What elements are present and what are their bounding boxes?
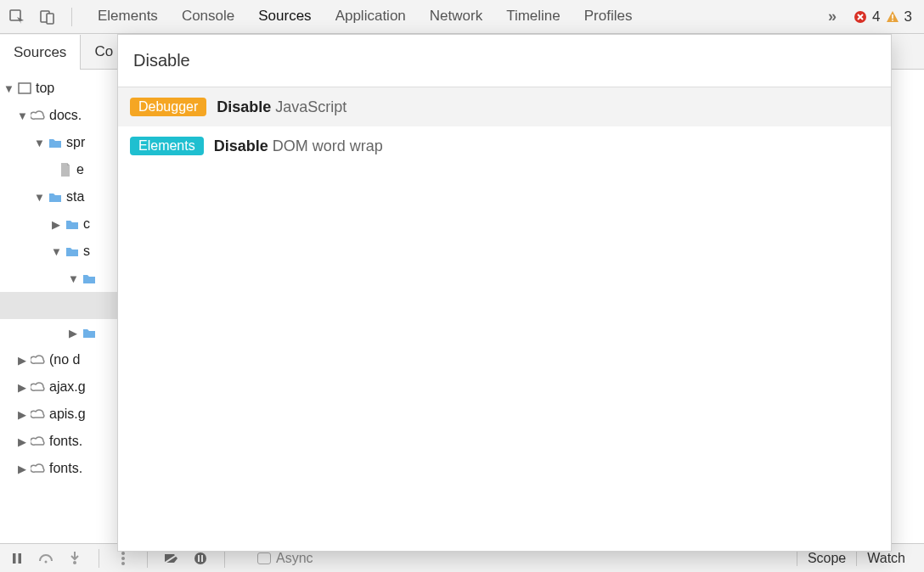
tree-row-origin[interactable]: ▶ ajax.g	[0, 373, 118, 401]
tree-row-folder[interactable]: ▼ sta	[0, 183, 118, 210]
frame-icon	[17, 81, 32, 96]
cloud-icon	[31, 379, 46, 395]
tree-label: c	[83, 216, 90, 232]
tree-row-folder[interactable]: ▶ c	[0, 210, 118, 238]
subtab-sources[interactable]: Sources	[0, 35, 81, 70]
command-palette: Debugger Disable JavaScript Elements Dis…	[117, 34, 892, 552]
tab-console[interactable]: Console	[170, 0, 246, 33]
tree-row-folder[interactable]: ▼ spr	[0, 129, 118, 156]
checkbox-icon	[257, 552, 271, 564]
tree-label: fonts.	[49, 461, 82, 476]
svg-rect-7	[13, 553, 16, 564]
tab-scope[interactable]: Scope	[797, 551, 856, 566]
tree-label: (no d	[49, 352, 80, 367]
file-icon	[58, 162, 73, 177]
tree-label: top	[36, 81, 54, 96]
main-tabs: Elements Console Sources Application Net…	[86, 0, 644, 33]
svg-point-13	[121, 562, 125, 565]
tree-row-folder[interactable]: ▼ s	[0, 238, 118, 265]
svg-point-9	[45, 560, 48, 563]
svg-rect-2	[47, 14, 54, 24]
folder-icon	[65, 244, 80, 259]
tree-label: docs.	[49, 108, 82, 123]
separator	[71, 8, 72, 26]
cloud-icon	[31, 352, 46, 367]
more-options-icon[interactable]	[115, 550, 132, 567]
folder-icon	[82, 325, 97, 340]
svg-point-12	[121, 557, 125, 560]
tab-sources[interactable]: Sources	[246, 0, 323, 33]
disclosure-down-icon[interactable]: ▼	[34, 191, 44, 204]
devtools-top-toolbar: Elements Console Sources Application Net…	[0, 0, 924, 34]
pause-on-exceptions-icon[interactable]	[192, 550, 209, 567]
disclosure-down-icon[interactable]: ▼	[68, 272, 78, 285]
async-label: Async	[276, 551, 313, 566]
tree-row-file[interactable]: e	[0, 156, 118, 183]
tab-watch[interactable]: Watch	[856, 551, 916, 566]
tree-label: s	[83, 244, 90, 259]
disclosure-down-icon[interactable]: ▼	[3, 82, 14, 95]
tree-row-origin[interactable]: ▶ fonts.	[0, 455, 118, 482]
tab-application[interactable]: Application	[324, 0, 418, 33]
warning-icon	[886, 10, 899, 24]
tab-network[interactable]: Network	[418, 0, 494, 33]
tree-row-origin[interactable]: ▶ apis.g	[0, 401, 118, 428]
folder-icon	[48, 135, 63, 150]
disclosure-right-icon[interactable]: ▶	[17, 435, 27, 448]
device-toggle-icon[interactable]	[37, 7, 58, 27]
warning-count: 3	[904, 8, 912, 25]
command-palette-item[interactable]: Elements Disable DOM word wrap	[118, 126, 891, 165]
svg-point-11	[121, 552, 125, 555]
command-palette-item[interactable]: Debugger Disable JavaScript	[118, 87, 891, 126]
disclosure-down-icon[interactable]: ▼	[34, 137, 44, 149]
cloud-icon	[31, 461, 46, 476]
cloud-icon	[31, 407, 46, 422]
tab-elements[interactable]: Elements	[86, 0, 170, 33]
svg-rect-15	[198, 555, 200, 562]
command-label: Disable DOM word wrap	[214, 137, 383, 155]
tree-label: spr	[66, 135, 85, 150]
error-icon	[854, 10, 867, 24]
disclosure-down-icon[interactable]: ▼	[17, 109, 27, 122]
tree-row-origin[interactable]: ▼ docs.	[0, 102, 118, 129]
async-checkbox[interactable]: Async	[257, 551, 313, 566]
error-count: 4	[872, 8, 880, 25]
step-over-icon[interactable]	[37, 550, 54, 567]
tab-timeline[interactable]: Timeline	[494, 0, 572, 33]
category-pill: Debugger	[130, 98, 206, 116]
disclosure-right-icon[interactable]: ▶	[17, 408, 27, 421]
pause-icon[interactable]	[8, 550, 25, 567]
disclosure-down-icon[interactable]: ▼	[51, 245, 61, 258]
disclosure-right-icon[interactable]: ▶	[51, 218, 61, 231]
more-tabs-icon[interactable]: »	[821, 8, 843, 25]
cloud-icon	[31, 434, 46, 449]
tree-row-folder[interactable]: ▶	[0, 319, 118, 346]
category-pill: Elements	[130, 137, 204, 155]
svg-point-14	[194, 552, 206, 564]
tree-row-origin[interactable]: ▶ (no d	[0, 346, 118, 373]
separator	[99, 549, 99, 568]
svg-rect-6	[19, 83, 31, 93]
tree-row-top[interactable]: ▼ top	[0, 75, 118, 102]
disclosure-right-icon[interactable]: ▶	[17, 381, 27, 394]
svg-rect-16	[201, 555, 203, 562]
folder-icon	[48, 189, 63, 205]
console-status[interactable]: 4 3	[854, 8, 917, 25]
inspect-element-icon[interactable]	[7, 7, 27, 27]
deactivate-breakpoints-icon[interactable]	[163, 550, 180, 567]
tree-row-folder[interactable]: ▼	[0, 265, 118, 292]
file-tree-sidebar: ▼ top ▼ docs. ▼ spr e ▼	[0, 70, 119, 543]
command-palette-results: Debugger Disable JavaScript Elements Dis…	[118, 87, 891, 551]
tree-label: fonts.	[49, 434, 82, 449]
tree-label: e	[76, 162, 84, 177]
disclosure-right-icon[interactable]: ▶	[17, 463, 27, 475]
disclosure-right-icon[interactable]: ▶	[17, 354, 27, 367]
tree-label: apis.g	[49, 407, 86, 422]
command-palette-input[interactable]	[133, 51, 876, 70]
tab-profiles[interactable]: Profiles	[572, 0, 645, 33]
tree-row-selected[interactable]	[0, 292, 118, 319]
tree-row-origin[interactable]: ▶ fonts.	[0, 428, 118, 455]
disclosure-right-icon[interactable]: ▶	[68, 327, 78, 339]
debugger-right-tabs: Scope Watch	[797, 551, 916, 566]
step-into-icon[interactable]	[66, 550, 83, 567]
